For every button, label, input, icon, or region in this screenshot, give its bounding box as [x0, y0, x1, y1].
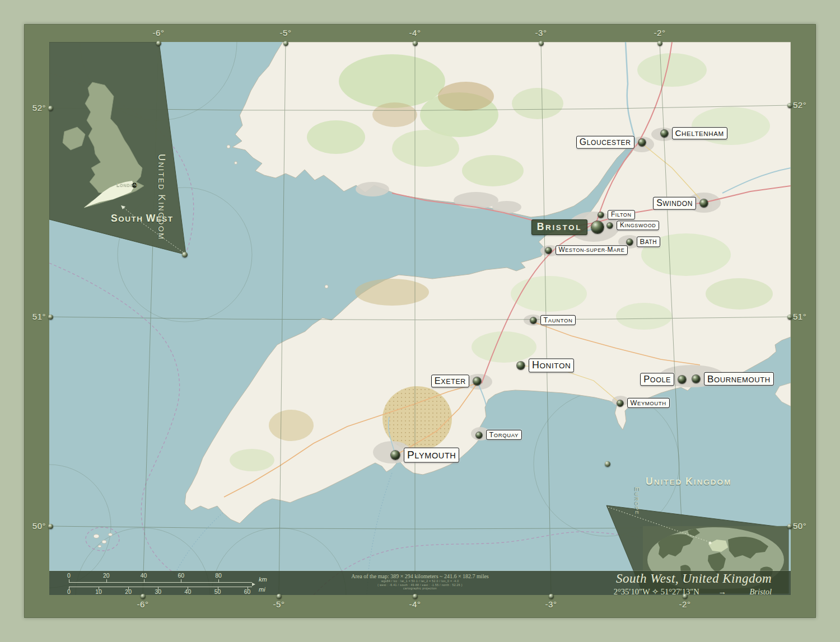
tick-dot-bottom [141, 594, 146, 599]
city-dot-bournemouth [692, 375, 700, 383]
city-dot-bristol [591, 221, 604, 233]
map-title: South West, United Kingdom [614, 571, 772, 586]
city-dot-torquay [476, 432, 482, 438]
scalebar-mi-tick [99, 587, 99, 590]
tick-dot-top [657, 41, 662, 46]
uk-inset-country-label: UNITED KINGDOM [156, 154, 167, 241]
tick-dot-left [48, 315, 53, 320]
city-label-weston-super-mare: WESTON-SUPER-MARE [556, 245, 628, 255]
city-label-taunton: TAUNTON [540, 315, 576, 325]
tick-label-bottom: -5° [268, 599, 290, 609]
scalebar-mi-tick [158, 587, 158, 590]
tick-label-bottom: -6° [132, 599, 154, 609]
scalebar-km-unit: km [259, 576, 267, 583]
city-dot-kingswood [607, 223, 613, 228]
scalebar-mi-line [69, 587, 252, 587]
city-label-poole: POOLE [640, 373, 674, 386]
city-label-bath: BATH [637, 236, 660, 247]
scalebar-mi-tick [248, 587, 248, 590]
scalebar-km-line [69, 582, 252, 583]
tick-label-bottom: -4° [404, 599, 426, 609]
scalebar-km-tick [181, 579, 181, 583]
scalebar-km-tick [106, 579, 107, 583]
scalebar-mi-tick [128, 587, 129, 590]
world-inset-continent-label: EUROPE [634, 487, 641, 516]
tick-label-top: -5° [274, 28, 297, 38]
scalebar-end-arrow [252, 583, 255, 586]
arrow-icon: → [718, 587, 726, 596]
world-inset-country-label: UNITED KINGDOM [646, 476, 731, 488]
scalebar-mi-unit: mi [259, 586, 265, 593]
city-dot-honiton [517, 362, 525, 369]
world-inset-anchor-dot [605, 461, 610, 467]
city-label-weymouth: WEYMOUTH [627, 398, 670, 408]
scalebar-km-value: 80 [215, 572, 222, 579]
tick-dot-right [787, 524, 792, 529]
scalebar-mi-tick [218, 587, 218, 590]
tick-dot-top [413, 41, 418, 46]
map-area: LONDON UNITED KINGDOM SOUTH WEST UNITED … [49, 42, 791, 595]
city-label-swindon: SWINDON [653, 197, 696, 210]
city-label-exeter: EXETER [431, 374, 469, 387]
tick-label-left: 50° [24, 521, 46, 531]
city-label-honiton: HONITON [529, 358, 574, 372]
tick-label-right: 50° [793, 521, 815, 531]
city-dot-gloucester [638, 139, 646, 146]
city-label-torquay: TORQUAY [486, 430, 522, 440]
tick-label-left: 51° [24, 312, 46, 321]
city-label-plymouth: PLYMOUTH [404, 448, 459, 463]
city-label-bournemouth: BOURNEMOUTH [704, 372, 774, 386]
scalebar-km-tick [218, 579, 219, 583]
tick-label-right: 51° [793, 312, 815, 321]
scalebar-km-tick [144, 579, 144, 583]
city-label-kingswood: KINGSWOOD [617, 221, 659, 230]
title-block: South West, United Kingdom 2°35′10″W ✧ 5… [614, 571, 772, 597]
city-dot-weymouth [617, 400, 623, 406]
map-poster: LONDON UNITED KINGDOM SOUTH WEST UNITED … [0, 0, 840, 642]
coordinate-north: 51°27′13″N [661, 587, 699, 596]
tick-label-top: -3° [530, 28, 552, 38]
tick-dot-left [48, 524, 53, 529]
scalebar-km-tick [69, 579, 69, 583]
tick-dot-bottom [549, 594, 554, 599]
city-label-cheltenham: CHELTENHAM [672, 127, 727, 139]
tick-label-left: 52° [24, 103, 46, 113]
scalebar-km-value: 60 [178, 572, 184, 579]
tick-label-top: -4° [404, 28, 426, 38]
scalebar-km-value: 20 [103, 572, 110, 579]
city-dot-bath [627, 239, 633, 245]
city-dot-cheltenham [661, 130, 668, 137]
tick-dot-top [156, 41, 161, 46]
scalebar-km-value: 0 [67, 572, 71, 579]
tick-dot-top [283, 41, 288, 46]
city-label-bristol: BRISTOL [531, 219, 587, 235]
tick-label-top: -6° [147, 28, 170, 38]
tick-dot-left [48, 106, 53, 111]
tick-label-right: 52° [793, 100, 815, 110]
tick-label-bottom: -2° [674, 599, 696, 609]
scalebar-mi-tick [188, 587, 188, 590]
city-label-filton: FILTON [608, 210, 635, 219]
uk-inset [49, 42, 189, 257]
city-dot-exeter [473, 377, 481, 385]
uk-inset-anchor-dot [182, 252, 188, 257]
capital-name: Bristol [750, 587, 772, 596]
city-dot-weston-super-mare [545, 247, 552, 254]
uk-inset-region-label: SOUTH WEST [111, 213, 174, 224]
tick-label-bottom: -3° [540, 599, 562, 609]
tick-dot-top [539, 41, 544, 46]
tick-dot-bottom [277, 594, 282, 599]
uk-dot-world [709, 542, 712, 545]
city-dot-taunton [530, 317, 536, 324]
city-dot-poole [678, 376, 686, 383]
uk-inset-london-label: LONDON [116, 182, 137, 188]
scalebar-km-value: 40 [141, 572, 147, 579]
coordinate-west: 2°35′10″W [614, 587, 650, 596]
city-dot-plymouth [391, 451, 400, 460]
tick-dot-right [787, 315, 792, 320]
scalebar-mi-tick [69, 587, 69, 590]
tick-dot-bottom [683, 594, 688, 599]
tick-dot-bottom [413, 594, 418, 599]
coordinate-separator-icon: ✧ [652, 587, 659, 596]
city-dot-filton [598, 212, 604, 218]
